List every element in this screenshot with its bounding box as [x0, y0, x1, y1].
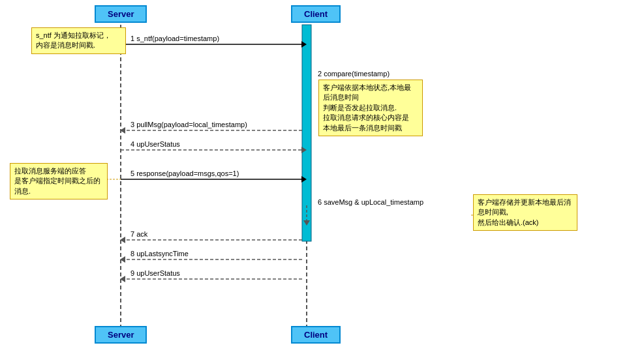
client-box-bottom: Client — [291, 326, 341, 344]
arrow2-label: 2 compare(timestamp) — [318, 70, 390, 78]
arrow8-label: 8 upLastsyncTime — [130, 250, 189, 258]
server-box-bottom: Server — [95, 326, 147, 344]
arrow4-label: 4 upUserStatus — [130, 140, 180, 148]
note3-box: 拉取消息服务端的应答 是客户端指定时间戳之后的消息. — [10, 163, 108, 199]
arrow1-label: 1 s_ntf(payload=timestamp) — [130, 35, 219, 42]
arrow6-label: 6 saveMsg & upLocal_timestamp — [318, 198, 423, 206]
svg-marker-8 — [301, 147, 307, 153]
svg-marker-14 — [120, 237, 125, 243]
svg-marker-10 — [301, 176, 307, 183]
svg-marker-6 — [120, 127, 125, 134]
arrow5-label: 5 response(payload=msgs,qos=1) — [130, 170, 239, 177]
note2-box: 客户端依据本地状态,本地最后消息时间 判断是否发起拉取消息. 拉取消息请求的核心… — [318, 80, 423, 136]
svg-marker-4 — [301, 41, 307, 48]
arrow3-label: 3 pullMsg(payload=local_timestamp) — [130, 121, 247, 128]
svg-rect-2 — [302, 25, 311, 241]
note4-box: 客户端存储并更新本地最后消息时间戳, 然后给出确认.(ack) — [473, 194, 577, 231]
svg-marker-16 — [120, 256, 125, 263]
sequence-diagram: Server Client Server Client 1 s_ntf(payl… — [0, 0, 644, 354]
arrow9-label: 9 upUserStatus — [130, 269, 180, 277]
note1-box: s_ntf 为通知拉取标记， 内容是消息时间戳. — [31, 27, 126, 54]
svg-marker-18 — [120, 276, 125, 282]
server-box-top: Server — [95, 5, 147, 23]
svg-marker-12 — [303, 220, 310, 226]
client-box-top: Client — [291, 5, 341, 23]
arrow7-label: 7 ack — [130, 230, 147, 238]
